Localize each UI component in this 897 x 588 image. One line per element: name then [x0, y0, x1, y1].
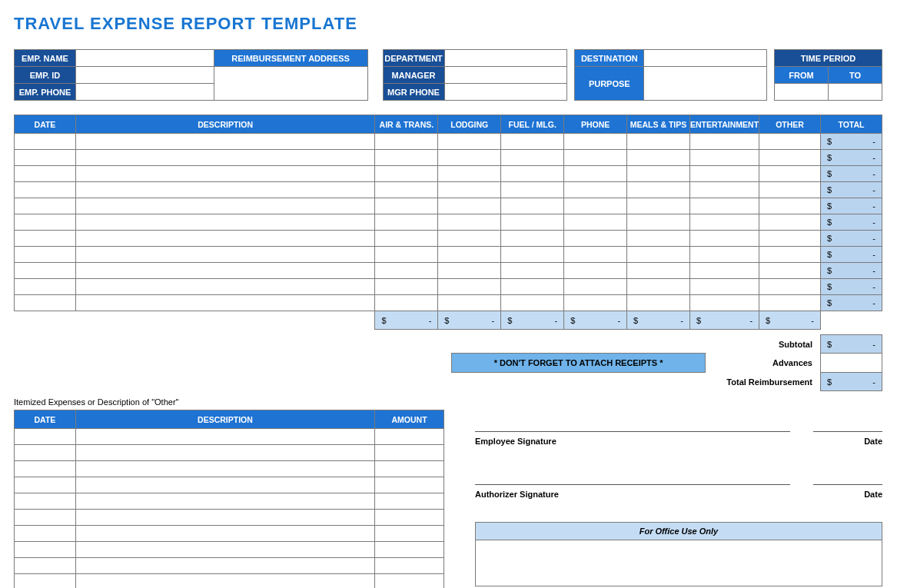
col-date: DATE [15, 115, 76, 134]
field-from[interactable] [775, 84, 829, 101]
office-use-header: For Office Use Only [475, 522, 882, 540]
item-col-amount: AMOUNT [375, 410, 444, 429]
field-destination[interactable] [644, 50, 767, 67]
label-purpose: PURPOSE [575, 67, 644, 101]
expense-row[interactable]: $- [15, 231, 882, 247]
col-meals: MEALS & TIPS [627, 115, 690, 134]
column-subtotals-row: $- $- $- $- $- $- $- [15, 311, 882, 330]
label-total-reimbursement: Total Reimbursement [706, 373, 821, 391]
field-emp-name[interactable] [75, 50, 214, 67]
value-total-reimbursement: $- [821, 373, 882, 391]
receipts-note: * DON'T FORGET TO ATTACH RECEIPTS * [452, 354, 706, 373]
col-fuel: FUEL / MLG. [501, 115, 564, 134]
header-info-table: EMP. NAME REIMBURSEMENT ADDRESS DEPARTME… [14, 49, 882, 101]
label-manager: MANAGER [383, 67, 444, 84]
label-reimb-address: REIMBURSEMENT ADDRESS [214, 50, 367, 67]
itemized-row[interactable] [15, 493, 444, 510]
employee-signature[interactable]: Employee Signature [475, 431, 790, 446]
field-manager[interactable] [444, 67, 567, 84]
col-description: DESCRIPTION [75, 115, 374, 134]
expense-row[interactable]: $- [15, 198, 882, 214]
summary-table: Subtotal $- * DON'T FORGET TO ATTACH REC… [14, 334, 882, 391]
expense-row[interactable]: $- [15, 263, 882, 279]
page-title: TRAVEL EXPENSE REPORT TEMPLATE [14, 14, 883, 34]
label-emp-phone: EMP. PHONE [15, 84, 76, 101]
label-department: DEPARTMENT [383, 50, 444, 67]
itemized-row[interactable] [15, 461, 444, 477]
field-emp-phone[interactable] [75, 84, 214, 101]
label-mgr-phone: MGR PHONE [383, 84, 444, 101]
itemized-row[interactable] [15, 526, 444, 542]
label-from: FROM [775, 67, 829, 84]
col-total: TOTAL [820, 115, 882, 134]
label-emp-id: EMP. ID [15, 67, 76, 84]
itemized-row[interactable] [15, 542, 444, 558]
employee-signature-date[interactable]: Date [813, 431, 882, 446]
authorizer-signature-date[interactable]: Date [813, 484, 882, 499]
col-phone: PHONE [564, 115, 627, 134]
expense-table: DATE DESCRIPTION AIR & TRANS. LODGING FU… [14, 115, 882, 330]
expense-row[interactable]: $- [15, 150, 882, 166]
expense-row[interactable]: $- [15, 295, 882, 311]
authorizer-signature[interactable]: Authorizer Signature [475, 484, 790, 499]
itemized-row[interactable] [15, 510, 444, 526]
itemized-row[interactable] [15, 429, 444, 445]
col-entertainment: ENTERTAINMENT [690, 115, 759, 134]
office-use-body[interactable] [475, 540, 882, 586]
col-lodging: LODGING [438, 115, 501, 134]
col-air: AIR & TRANS. [375, 115, 438, 134]
expense-row[interactable]: $- [15, 166, 882, 182]
item-col-description: DESCRIPTION [75, 410, 374, 429]
label-emp-name: EMP. NAME [15, 50, 76, 67]
col-other: OTHER [759, 115, 821, 134]
expense-row[interactable]: $- [15, 134, 882, 150]
label-advances: Advances [706, 354, 821, 373]
expense-row[interactable]: $- [15, 214, 882, 231]
field-emp-id[interactable] [75, 67, 214, 84]
itemized-label: Itemized Expenses or Description of "Oth… [14, 397, 444, 407]
itemized-table: DATE DESCRIPTION AMOUNT [14, 410, 444, 588]
field-mgr-phone[interactable] [444, 84, 567, 101]
label-subtotal: Subtotal [706, 335, 821, 354]
expense-row[interactable]: $- [15, 247, 882, 263]
value-advances[interactable] [821, 354, 882, 373]
itemized-row[interactable] [15, 445, 444, 461]
field-purpose[interactable] [644, 67, 767, 101]
field-department[interactable] [444, 50, 567, 67]
value-subtotal: $- [821, 335, 882, 354]
itemized-row[interactable] [15, 477, 444, 493]
label-time-period: TIME PERIOD [775, 50, 882, 67]
label-destination: DESTINATION [575, 50, 644, 67]
item-col-date: DATE [15, 410, 76, 429]
itemized-row[interactable] [15, 558, 444, 574]
label-to: TO [829, 67, 882, 84]
itemized-row[interactable] [15, 574, 444, 589]
field-reimb-address[interactable] [214, 67, 367, 101]
expense-row[interactable]: $- [15, 279, 882, 295]
field-to[interactable] [829, 84, 882, 101]
expense-row[interactable]: $- [15, 182, 882, 198]
